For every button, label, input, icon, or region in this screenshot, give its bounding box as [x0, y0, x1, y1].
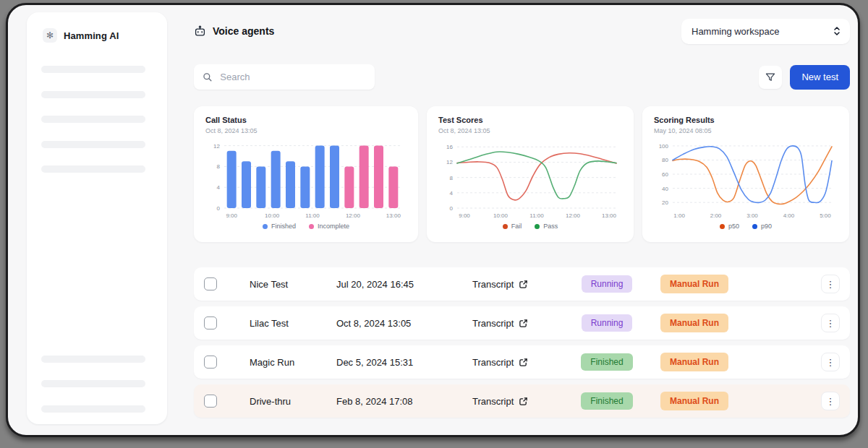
sidebar: ✻ Hamming AI [27, 12, 167, 424]
robot-icon [194, 25, 206, 38]
test-scores-card: Test Scores Oct 8, 2024 13:05 04812169:0… [427, 106, 634, 242]
svg-text:13:00: 13:00 [602, 212, 617, 219]
row-checkbox[interactable] [204, 316, 217, 329]
row-checkbox[interactable] [204, 277, 217, 290]
action-cell: Manual Run [647, 353, 741, 371]
status-cell: Running [566, 275, 647, 293]
action-cell: Manual Run [647, 314, 741, 332]
legend-item: Pass [535, 223, 558, 230]
header: Voice agents Hamming workspace [194, 18, 850, 44]
search-input[interactable] [218, 71, 366, 83]
kebab-menu-icon[interactable]: ⋮ [821, 275, 840, 293]
table-row[interactable]: Lilac Test Oct 8, 2024 13:05 Transcript … [194, 306, 850, 340]
svg-text:11:00: 11:00 [305, 212, 320, 219]
flower-icon: ✻ [43, 28, 57, 43]
main-content: Voice agents Hamming workspace [194, 5, 850, 423]
manual-run-button[interactable]: Manual Run [660, 392, 728, 410]
test-name: Drive-thru [250, 396, 336, 407]
table-row[interactable]: Drive-thru Feb 8, 2024 17:08 Transcript … [194, 384, 850, 418]
transcript-label: Transcript [472, 396, 514, 407]
toolbar: New test [194, 64, 850, 90]
skeleton-bar [41, 66, 145, 73]
scoring-results-chart: 204060801001:002:003:004:005:00 [654, 139, 838, 220]
workspace-select[interactable]: Hamming workspace [681, 19, 850, 44]
svg-text:12:00: 12:00 [566, 212, 581, 219]
svg-text:0: 0 [450, 205, 454, 212]
legend-item: p90 [752, 223, 772, 230]
svg-text:10:00: 10:00 [493, 212, 509, 219]
test-date: Oct 8, 2024 13:05 [336, 318, 456, 329]
transcript-link[interactable]: Transcript [472, 396, 566, 407]
transcript-link[interactable]: Transcript [472, 279, 566, 290]
svg-text:8: 8 [217, 163, 221, 170]
app-window: ✻ Hamming AI [6, 3, 860, 437]
legend-dot-icon [503, 224, 508, 229]
svg-text:8: 8 [450, 175, 454, 181]
svg-text:12: 12 [213, 143, 220, 150]
table-row[interactable]: Nice Test Jul 20, 2024 16:45 Transcript … [194, 267, 850, 301]
skeleton-bar [41, 116, 145, 123]
svg-text:0: 0 [217, 205, 221, 212]
search-box [194, 64, 375, 90]
chart-subtitle: Oct 8, 2024 13:05 [438, 127, 622, 134]
svg-text:2:00: 2:00 [710, 212, 722, 219]
external-link-icon [519, 397, 528, 406]
chevron-up-down-icon [833, 25, 841, 37]
svg-text:4: 4 [217, 184, 221, 191]
svg-text:12: 12 [446, 159, 453, 165]
funnel-icon [765, 72, 776, 83]
test-name: Nice Test [250, 279, 336, 290]
chart-legend: p50p90 [654, 221, 838, 231]
legend-label: Fail [511, 223, 522, 230]
svg-text:5:00: 5:00 [820, 212, 831, 219]
svg-text:9:00: 9:00 [459, 212, 470, 219]
legend-label: Incomplete [318, 223, 349, 230]
status-cell: Running [566, 314, 647, 332]
legend-item: Incomplete [309, 223, 349, 230]
manual-run-button[interactable]: Manual Run [660, 353, 728, 371]
chart-title: Test Scores [438, 116, 622, 124]
svg-text:4:00: 4:00 [783, 212, 795, 219]
chart-title: Scoring Results [654, 116, 838, 124]
manual-run-button[interactable]: Manual Run [660, 275, 728, 293]
manual-run-button[interactable]: Manual Run [660, 314, 728, 332]
skeleton-bar [41, 356, 145, 363]
transcript-label: Transcript [472, 318, 514, 329]
kebab-menu-icon[interactable]: ⋮ [821, 353, 840, 371]
skeleton-bar [41, 141, 145, 148]
transcript-link[interactable]: Transcript [472, 318, 566, 329]
svg-text:12:00: 12:00 [346, 212, 361, 219]
page-title-label: Voice agents [213, 25, 274, 37]
legend-label: p90 [761, 223, 772, 230]
row-checkbox[interactable] [204, 356, 217, 369]
chart-subtitle: May 10, 2024 08:05 [654, 127, 838, 134]
chart-subtitle: Oct 8, 2024 13:05 [205, 127, 407, 134]
brand-name: Hamming AI [64, 30, 119, 41]
brand: ✻ Hamming AI [27, 12, 167, 43]
transcript-label: Transcript [472, 279, 514, 290]
call-status-chart: 048129:0010:0011:0012:0013:00 [205, 139, 407, 220]
legend-label: Pass [543, 223, 558, 230]
table-row[interactable]: Magic Run Dec 5, 2024 15:31 Transcript F… [194, 345, 850, 379]
test-date: Jul 20, 2024 16:45 [336, 279, 456, 290]
kebab-menu-icon[interactable]: ⋮ [821, 392, 840, 410]
status-badge: Finished [581, 353, 632, 371]
skeleton-bar [41, 405, 145, 413]
legend-label: p50 [728, 223, 739, 230]
legend-dot-icon [263, 224, 268, 229]
filter-button[interactable] [759, 66, 782, 89]
row-checkbox[interactable] [204, 395, 217, 408]
transcript-link[interactable]: Transcript [472, 357, 566, 368]
call-status-card: Call Status Oct 8, 2024 13:05 048129:001… [194, 106, 418, 242]
legend-dot-icon [752, 224, 757, 229]
test-date: Feb 8, 2024 17:08 [336, 396, 456, 407]
new-test-button[interactable]: New test [790, 65, 850, 90]
status-cell: Finished [566, 392, 647, 410]
kebab-menu-icon[interactable]: ⋮ [821, 314, 840, 332]
action-cell: Manual Run [647, 392, 741, 410]
external-link-icon [519, 319, 528, 328]
page-title: Voice agents [194, 25, 274, 38]
workspace-label: Hamming workspace [692, 26, 779, 37]
svg-text:100: 100 [659, 143, 669, 150]
transcript-label: Transcript [472, 357, 514, 368]
